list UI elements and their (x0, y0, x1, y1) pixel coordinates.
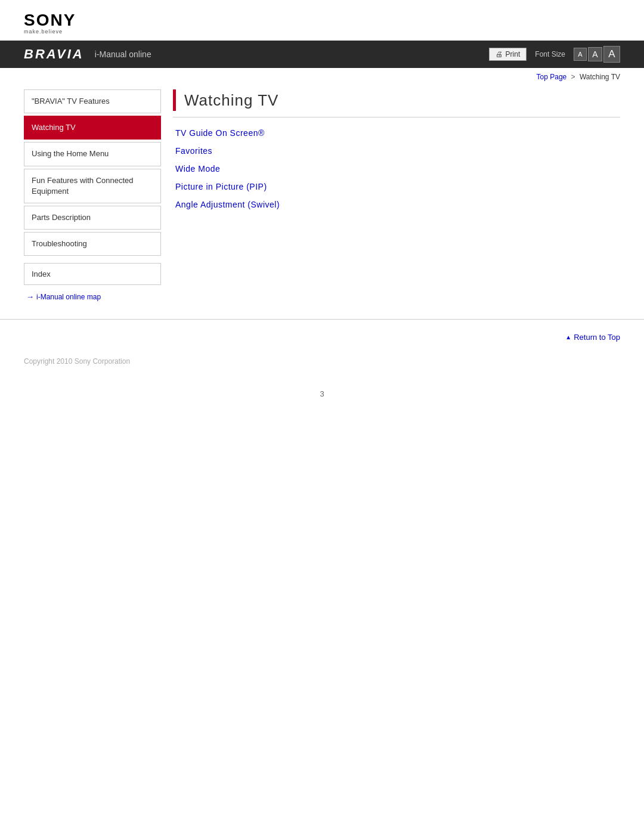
breadcrumb: Top Page > Watching TV (0, 68, 644, 83)
link-tv-guide[interactable]: TV Guide On Screen® (175, 128, 620, 138)
link-angle-adjustment[interactable]: Angle Adjustment (Swivel) (175, 200, 620, 209)
sidebar-index[interactable]: Index (24, 263, 161, 285)
return-to-top-label: Return to Top (574, 333, 620, 342)
map-link-label: i-Manual online map (36, 293, 101, 301)
breadcrumb-separator: > (571, 73, 575, 81)
page-title: Watching TV (184, 91, 278, 110)
breadcrumb-current: Watching TV (580, 73, 620, 81)
copyright-text: Copyright 2010 Sony Corporation (24, 357, 130, 366)
sony-tagline: make.believe (24, 29, 63, 35)
print-button[interactable]: 🖨 Print (489, 48, 527, 61)
content-links: TV Guide On Screen® Favorites Wide Mode … (173, 128, 620, 209)
font-size-label: Font Size (535, 50, 565, 58)
link-favorites[interactable]: Favorites (175, 146, 620, 156)
font-large-button[interactable]: A (603, 46, 620, 63)
sidebar-item-fun-features[interactable]: Fun Features with Connected Equipment (24, 169, 161, 203)
logo-area: SONY make.believe (0, 0, 644, 41)
sidebar-item-parts-description[interactable]: Parts Description (24, 206, 161, 230)
sidebar-item-home-menu[interactable]: Using the Home Menu (24, 142, 161, 166)
breadcrumb-top-page[interactable]: Top Page (537, 73, 567, 81)
map-link-arrow: → (26, 292, 34, 301)
bravia-logo-text: BRAVIA (24, 47, 84, 62)
nav-subtitle: i-Manual online (95, 49, 151, 59)
return-to-top-row: ▲ Return to Top (0, 319, 644, 346)
nav-bar-left: BRAVIA i-Manual online (24, 47, 151, 62)
title-accent-bar (173, 89, 176, 111)
page-number: 3 (0, 377, 644, 404)
link-pip[interactable]: Picture in Picture (PIP) (175, 182, 620, 191)
sony-logo-text: SONY (24, 11, 76, 30)
return-to-top-link[interactable]: ▲ Return to Top (565, 333, 620, 342)
sidebar-item-bravia-features[interactable]: "BRAVIA" TV Features (24, 89, 161, 113)
content-area: Watching TV TV Guide On Screen® Favorite… (173, 89, 620, 301)
link-wide-mode[interactable]: Wide Mode (175, 164, 620, 174)
sidebar-item-troubleshooting[interactable]: Troubleshooting (24, 232, 161, 256)
sidebar-map-link[interactable]: → i-Manual online map (24, 292, 161, 301)
nav-bar-right: 🖨 Print Font Size A A A (489, 46, 620, 63)
sidebar-item-watching-tv[interactable]: Watching TV (24, 116, 161, 140)
font-medium-button[interactable]: A (588, 47, 602, 61)
font-small-button[interactable]: A (574, 48, 587, 61)
sidebar: "BRAVIA" TV Features Watching TV Using t… (24, 89, 161, 301)
print-icon: 🖨 (496, 50, 503, 58)
print-label: Print (506, 50, 521, 58)
triangle-up-icon: ▲ (565, 334, 571, 340)
font-size-buttons: A A A (574, 46, 620, 63)
nav-bar: BRAVIA i-Manual online 🖨 Print Font Size… (0, 41, 644, 68)
page-title-section: Watching TV (173, 89, 620, 117)
footer: Copyright 2010 Sony Corporation (0, 346, 644, 377)
sony-logo: SONY make.believe (24, 11, 76, 35)
main-layout: "BRAVIA" TV Features Watching TV Using t… (0, 89, 644, 301)
